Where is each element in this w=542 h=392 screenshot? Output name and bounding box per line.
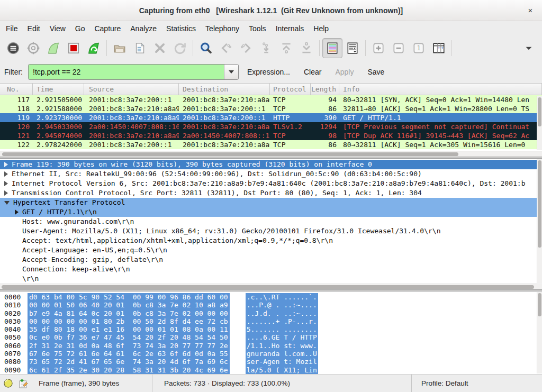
hex-ascii[interactable]: 5....... ........ [246, 325, 318, 333]
hex-vscrollbar[interactable] [537, 292, 542, 373]
resize-columns-button[interactable]: ++ [429, 38, 449, 58]
auto-scroll-button[interactable] [342, 38, 363, 58]
capture-comment-icon[interactable] [17, 378, 28, 389]
hex-row-0040[interactable]: 004035 df 80 18 00 e1 e1 16 00 00 01 01 … [0, 325, 542, 333]
detail-line[interactable]: Frame 119: 390 bytes on wire (3120 bits)… [0, 160, 542, 169]
hex-bytes[interactable]: 0c e0 0b f7 36 e7 47 45 54 20 2f 20 48 5… [28, 333, 230, 341]
hex-bytes[interactable]: 6c 61 2f 35 2e 30 20 28 58 31 31 3b 20 4… [28, 366, 230, 374]
hex-row-0070[interactable]: 007067 6e 75 72 61 6e 64 61 6c 2e 63 6f … [0, 350, 542, 358]
hex-bytes[interactable]: 35 df 80 18 00 e1 e1 16 00 00 01 01 08 0… [28, 325, 230, 333]
expression-button[interactable]: Expression... [247, 68, 290, 76]
hex-row-0020[interactable]: 0020b7 e9 4a 81 64 0c 20 01 0b c8 3a 7e … [0, 309, 542, 317]
more-tools-dropdown-button[interactable] [519, 38, 539, 58]
detail-line[interactable]: Ethernet II, Src: RealtekU_99:00:96 (52:… [0, 169, 542, 179]
hex-bytes[interactable]: d0 63 b4 00 5c 90 52 54 00 99 00 96 86 d… [28, 293, 230, 301]
hex-vscrollbar-thumb[interactable] [538, 293, 541, 316]
detail-line[interactable]: User-Agent: Mozilla/5.0 (X11; Linux x86_… [0, 226, 542, 236]
statusbar-profile[interactable]: Profile: Default [421, 379, 468, 387]
detail-line[interactable]: Transmission Control Protocol, Src Port:… [0, 188, 542, 198]
go-to-top-button[interactable] [276, 38, 296, 58]
column-header-source[interactable]: Source [84, 84, 179, 95]
colorize-packet-list-button[interactable] [322, 38, 342, 58]
clear-button[interactable]: Clear [304, 68, 321, 76]
menu-item-capture[interactable]: Capture [89, 22, 125, 35]
hex-row-0000[interactable]: 0000d0 63 b4 00 5c 90 52 54 00 99 00 96 … [0, 293, 542, 301]
menu-item-edit[interactable]: Edit [23, 22, 45, 35]
find-packet-button[interactable] [196, 38, 216, 58]
packet-row-117[interactable]: 1172.9215050002001:bc8:3a7e:200::12001:b… [0, 95, 542, 104]
details-vscrollbar[interactable] [537, 159, 542, 283]
hex-ascii[interactable]: .c..\.RT ......`. [246, 293, 318, 301]
go-to-bottom-button[interactable] [296, 38, 317, 58]
detail-line[interactable]: Connection: keep-alive\r\n [0, 265, 542, 274]
detail-line[interactable]: Accept-Encoding: gzip, deflate\r\n [0, 255, 542, 265]
hex-ascii[interactable]: ..J.d. . ..:~.... [246, 309, 318, 317]
hex-row-0030[interactable]: 003000 00 00 00 00 01 80 2b 00 50 2d 8f … [0, 317, 542, 325]
packet-row-121[interactable]: 1212.9450740002001:bc8:3a7e:210:a8a92a00… [0, 131, 542, 140]
filter-history-dropdown[interactable] [224, 65, 238, 79]
hex-bytes[interactable]: 2f 31 2e 31 0d 0a 48 6f 73 74 3a 20 77 7… [28, 342, 230, 350]
save-button[interactable]: Save [367, 68, 384, 76]
detail-line[interactable]: Accept-Language: en-US,en;q=0.5\r\n [0, 245, 542, 255]
menu-item-file[interactable]: File [1, 22, 23, 35]
window-close-button[interactable]: × [525, 5, 536, 16]
detail-line[interactable]: Hypertext Transfer Protocol [0, 198, 542, 207]
menu-item-go[interactable]: Go [70, 22, 90, 35]
capture-restart-button[interactable] [84, 38, 104, 58]
go-to-packet-button[interactable] [256, 38, 276, 58]
detail-line[interactable]: GET / HTTP/1.1\r\n [0, 207, 542, 217]
column-header-time[interactable]: Time [33, 84, 84, 95]
menu-item-analyze[interactable]: Analyze [125, 22, 161, 35]
hex-bytes[interactable]: b7 e9 4a 81 64 0c 20 01 0b c8 3a 7e 02 0… [28, 309, 230, 317]
packet-row-119[interactable]: 1192.9237300002001:bc8:3a7e:210:a8a92001… [0, 113, 542, 122]
capture-start-button[interactable] [43, 38, 64, 58]
collapsed-arrow-icon[interactable] [4, 162, 8, 167]
detail-line[interactable]: Host: www.gnurandal.com\r\n [0, 217, 542, 226]
hex-ascii[interactable]: /1.1..Ho st: www. [246, 342, 318, 350]
hex-ascii[interactable]: gnuranda l.com..U [246, 350, 318, 358]
hex-ascii[interactable]: .......+ .P-...r. [246, 317, 318, 325]
hex-bytes[interactable]: 67 6e 75 72 61 6e 64 61 6c 2e 63 6f 6d 0… [28, 350, 230, 358]
packet-list-vscrollbar-thumb[interactable] [538, 97, 541, 126]
hex-ascii[interactable]: ser-Agen t: Mozil [246, 358, 318, 366]
column-header-protocol[interactable]: Protocol [270, 84, 311, 95]
hex-row-0010[interactable]: 001000 00 01 50 06 40 20 01 0b c8 3a 7e … [0, 301, 542, 309]
packet-row-118[interactable]: 1182.9215880002001:bc8:3a7e:210:a8a92001… [0, 104, 542, 113]
collapsed-arrow-icon[interactable] [15, 209, 19, 215]
details-hscrollbar-thumb[interactable] [2, 285, 534, 289]
detail-line[interactable]: Accept: text/html,application/xhtml+xml,… [0, 236, 542, 245]
zoom-in-button[interactable] [368, 38, 389, 58]
collapsed-arrow-icon[interactable] [4, 171, 8, 177]
menu-item-tools[interactable]: Tools [244, 22, 271, 35]
capture-stop-button[interactable] [64, 38, 84, 58]
hex-bytes[interactable]: 00 00 00 00 00 01 80 2b 00 50 2d 8f d4 e… [28, 317, 230, 325]
hex-ascii[interactable]: la/5.0 ( X11; Lin [246, 366, 318, 374]
packet-list-vscrollbar[interactable] [537, 96, 542, 150]
hex-ascii[interactable]: ....6.GE T / HTTP [246, 333, 318, 341]
packet-row-122[interactable]: 1222.9782420002001:bc8:3a7e:200::12001:b… [0, 140, 542, 149]
packet-row-120[interactable]: 1202.9450330002a00:1450:4007:808::102001… [0, 122, 542, 131]
column-header-destination[interactable]: Destination [179, 84, 270, 95]
hex-row-0080[interactable]: 008073 65 72 2d 41 67 65 6e 74 3a 20 4d … [0, 358, 542, 366]
reload-capture-file-button[interactable] [170, 38, 190, 58]
filter-input[interactable] [29, 65, 224, 79]
detail-line[interactable]: Internet Protocol Version 6, Src: 2001:b… [0, 179, 542, 188]
menu-item-statistics[interactable]: Statistics [161, 22, 201, 35]
expert-info-icon[interactable] [3, 378, 13, 388]
hex-bytes[interactable]: 00 00 01 50 06 40 20 01 0b c8 3a 7e 02 1… [28, 301, 230, 309]
hex-bytes[interactable]: 73 65 72 2d 41 67 65 6e 74 3a 20 4d 6f 7… [28, 358, 230, 366]
collapsed-arrow-icon[interactable] [4, 190, 8, 196]
column-header-no[interactable]: No. [0, 84, 33, 95]
menu-item-telephony[interactable]: Telephony [201, 22, 244, 35]
hex-row-0060[interactable]: 00602f 31 2e 31 0d 0a 48 6f 73 74 3a 20 … [0, 342, 542, 350]
go-forward-button[interactable] [236, 38, 256, 58]
details-vscrollbar-thumb[interactable] [538, 160, 541, 248]
show-interfaces-button[interactable] [3, 38, 23, 58]
zoom-100-button[interactable]: 1 [409, 38, 429, 58]
hex-row-0050[interactable]: 00500c e0 0b f7 36 e7 47 45 54 20 2f 20 … [0, 333, 542, 341]
column-header-info[interactable]: Info [339, 84, 542, 95]
details-hscrollbar[interactable] [0, 284, 542, 289]
expanded-arrow-icon[interactable] [4, 201, 10, 205]
zoom-out-button[interactable] [389, 38, 409, 58]
menu-item-internals[interactable]: Internals [271, 22, 309, 35]
